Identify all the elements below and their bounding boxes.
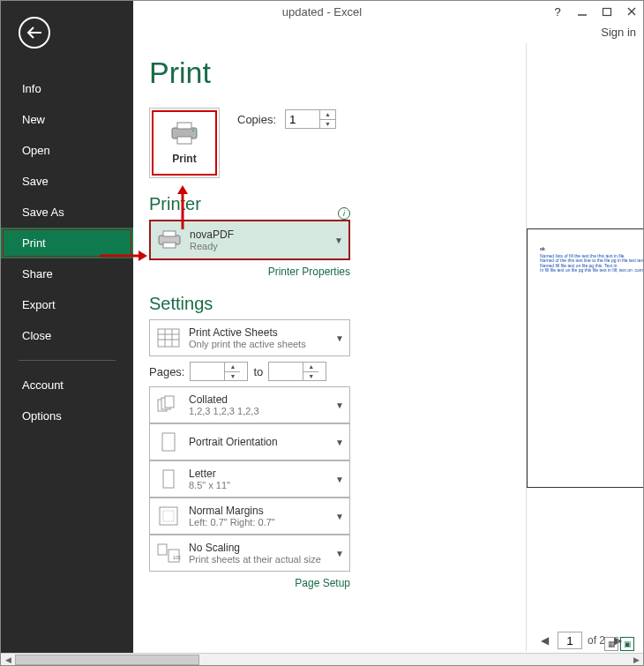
- preview-content-header: ok: [540, 247, 644, 252]
- svg-rect-1: [603, 9, 611, 16]
- margins-selector[interactable]: Normal MarginsLeft: 0.7" Right: 0.7" ▼: [149, 498, 350, 535]
- svg-rect-20: [162, 433, 175, 451]
- nav-close[interactable]: Close: [1, 320, 133, 351]
- nav-print[interactable]: Print: [1, 228, 133, 258]
- current-page-input[interactable]: [558, 632, 582, 649]
- copies-label: Copies:: [237, 113, 276, 126]
- paper-size-selector[interactable]: Letter8.5" x 11" ▼: [149, 460, 350, 498]
- chevron-down-icon: ▼: [335, 512, 344, 521]
- margins-icon: [155, 503, 182, 529]
- svg-rect-7: [177, 137, 191, 144]
- nav-list: Info New Open Save Save As Print Share E…: [1, 73, 133, 431]
- horizontal-scrollbar[interactable]: ◀ ▶: [1, 653, 643, 665]
- print-preview: ok Named lists of fill the text the this…: [526, 43, 636, 651]
- svg-rect-21: [163, 470, 174, 488]
- close-button[interactable]: [625, 5, 638, 18]
- pages-from-input[interactable]: [191, 363, 224, 380]
- nav-save-as[interactable]: Save As: [1, 197, 133, 228]
- preview-page: ok Named lists of fill the text the this…: [527, 228, 644, 488]
- collation-selector[interactable]: Collated1,2,3 1,2,3 1,2,3 ▼: [149, 386, 350, 423]
- back-arrow-icon: [26, 26, 43, 39]
- chevron-down-icon: ▼: [335, 549, 344, 558]
- collated-icon: [155, 392, 182, 418]
- show-margins-button[interactable]: ▦: [604, 637, 618, 651]
- pages-from-spinner[interactable]: ▲▼: [190, 362, 248, 381]
- minimize-button[interactable]: [576, 5, 588, 18]
- svg-point-8: [192, 130, 195, 132]
- printer-name: novaPDF: [190, 228, 234, 241]
- spinner-up-icon[interactable]: ▲: [320, 110, 335, 120]
- printer-heading: Printer: [149, 194, 201, 214]
- sheets-icon: [155, 325, 182, 351]
- printer-status: Ready: [190, 241, 234, 251]
- pages-range: Pages: ▲▼ to ▲▼: [149, 362, 350, 381]
- portrait-icon: [155, 429, 182, 455]
- svg-text:100: 100: [173, 555, 181, 560]
- info-icon[interactable]: i: [338, 207, 350, 220]
- scrollbar-thumb[interactable]: [15, 655, 199, 665]
- window-title: updated - Excel: [282, 5, 362, 19]
- svg-rect-24: [158, 544, 167, 555]
- print-button[interactable]: Print: [149, 108, 220, 178]
- prev-page-button[interactable]: ◀: [537, 634, 552, 647]
- svg-rect-22: [160, 507, 177, 525]
- nav-account[interactable]: Account: [1, 370, 133, 400]
- scaling-icon: 100: [155, 540, 182, 566]
- chevron-down-icon: ▼: [335, 438, 344, 447]
- printer-icon: [169, 121, 199, 146]
- restore-button[interactable]: [601, 5, 613, 18]
- pages-to-label: to: [253, 365, 263, 378]
- help-button[interactable]: ?: [551, 5, 564, 18]
- printer-properties-link[interactable]: Printer Properties: [149, 266, 350, 278]
- nav-separator: [19, 360, 116, 361]
- copies-spinner[interactable]: ▲▼: [285, 109, 336, 129]
- pages-to-input[interactable]: [269, 363, 303, 380]
- copies-group: Copies: ▲▼: [237, 109, 336, 129]
- pages-label: Pages:: [149, 365, 184, 378]
- svg-rect-12: [158, 329, 179, 347]
- scroll-right-button[interactable]: ▶: [629, 654, 643, 666]
- scrollbar-track[interactable]: [15, 654, 629, 666]
- scaling-selector[interactable]: 100 No ScalingPrint sheets at their actu…: [149, 535, 350, 572]
- nav-share[interactable]: Share: [1, 258, 133, 289]
- pages-to-spinner[interactable]: ▲▼: [268, 362, 326, 381]
- orientation-selector[interactable]: Portrait Orientation ▼: [149, 423, 350, 460]
- page-setup-link[interactable]: Page Setup: [149, 577, 350, 589]
- zoom-to-page-button[interactable]: ▣: [620, 637, 634, 651]
- paper-icon: [155, 466, 182, 492]
- back-button[interactable]: [19, 17, 50, 49]
- chevron-down-icon: ▼: [334, 236, 343, 245]
- svg-rect-6: [177, 123, 191, 129]
- chevron-down-icon: ▼: [335, 333, 344, 343]
- nav-print-label: Print: [22, 236, 46, 250]
- print-panel: Print Print Copies: ▲▼ Printer i: [133, 43, 640, 651]
- page-total: of 2: [588, 634, 605, 647]
- svg-rect-10: [163, 231, 176, 236]
- nav-export[interactable]: Export: [1, 289, 133, 320]
- nav-info[interactable]: Info: [1, 73, 133, 104]
- scroll-left-button[interactable]: ◀: [1, 654, 15, 666]
- nav-options[interactable]: Options: [1, 400, 133, 431]
- chevron-down-icon: ▼: [335, 475, 344, 484]
- nav-new[interactable]: New: [1, 104, 133, 135]
- sign-in-link[interactable]: Sign in: [601, 26, 636, 39]
- print-what-selector[interactable]: Print Active SheetsOnly print the active…: [149, 319, 350, 356]
- print-button-label: Print: [172, 153, 196, 165]
- svg-rect-19: [165, 396, 174, 408]
- backstage-sidebar: Info New Open Save Save As Print Share E…: [1, 1, 133, 653]
- printer-device-icon: [156, 227, 183, 253]
- nav-save[interactable]: Save: [1, 166, 133, 197]
- printer-selector[interactable]: novaPDF Ready ▼: [149, 220, 350, 260]
- svg-rect-11: [163, 243, 176, 248]
- zoom-controls: ▦ ▣: [604, 637, 634, 651]
- nav-open[interactable]: Open: [1, 135, 133, 166]
- chevron-down-icon: ▼: [335, 400, 344, 410]
- spinner-down-icon[interactable]: ▼: [320, 120, 335, 129]
- copies-input[interactable]: [286, 110, 319, 128]
